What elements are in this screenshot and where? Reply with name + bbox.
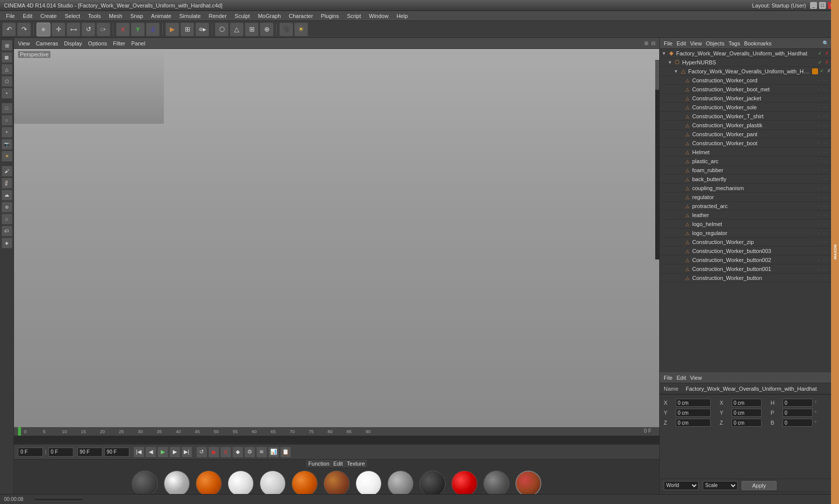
edit-mode-btn[interactable]: △: [230, 22, 244, 36]
axis-mode-btn[interactable]: ⊕: [260, 22, 274, 36]
object-mode-btn[interactable]: ⬡: [215, 22, 229, 36]
attr-menu-file[interactable]: File: [664, 375, 673, 381]
play-btn[interactable]: ▶: [157, 447, 168, 458]
mat-menu-function[interactable]: Function: [308, 461, 329, 467]
motion-path-btn[interactable]: ≋: [256, 447, 267, 458]
select-tool[interactable]: ⊕: [36, 22, 50, 36]
tree-item-factory-sub[interactable]: ▼ △ Factory_Work_Wear_Overalls_Uniform_w…: [660, 67, 839, 76]
tree-item-back_butterfly[interactable]: △ back_butterfly · ·: [660, 175, 839, 184]
next-frame-btn[interactable]: ▶: [169, 447, 180, 458]
tree-item-construction_worker_jacket[interactable]: △ Construction_Worker_jacket · ·: [660, 94, 839, 103]
vp-fullscreen-btn[interactable]: ⊟: [651, 40, 655, 46]
left-vert-btn[interactable]: •: [1, 88, 12, 99]
obj-search-icon[interactable]: 🔍: [823, 40, 829, 46]
current-frame-input[interactable]: [18, 448, 43, 457]
left-terrain-btn[interactable]: ⛰: [1, 190, 12, 201]
left-sculpt-btn[interactable]: 🗿: [1, 178, 12, 189]
scrollbar-thumb[interactable]: [655, 60, 659, 90]
tree-item-construction_worker_button[interactable]: △ Construction_Worker_button · ·: [660, 273, 839, 282]
left-poly-btn[interactable]: △: [1, 64, 12, 75]
obj-menu-file[interactable]: File: [664, 40, 673, 46]
frame-preview-input[interactable]: [104, 448, 129, 457]
render-settings-btn[interactable]: ⚙▶: [195, 22, 209, 36]
auto-key-btn[interactable]: ⏸: [220, 447, 231, 458]
menu-select[interactable]: Select: [61, 12, 84, 20]
left-tag-btn[interactable]: 🏷: [1, 226, 12, 237]
obj-menu-bookmarks[interactable]: Bookmarks: [744, 40, 772, 46]
timeline-settings-btn[interactable]: ⚙: [244, 447, 255, 458]
vp-menu-panel[interactable]: Panel: [131, 40, 145, 46]
record-btn[interactable]: ⏺: [208, 447, 219, 458]
tree-item-construction_worker_sole[interactable]: △ Construction_Worker_sole · ·: [660, 103, 839, 112]
new-object[interactable]: □+: [96, 22, 110, 36]
h-input[interactable]: [783, 399, 813, 407]
obj-menu-objects[interactable]: Objects: [706, 40, 724, 46]
maximize-button[interactable]: □: [819, 2, 826, 9]
left-light-btn2[interactable]: ☀: [1, 151, 12, 162]
timeline-track[interactable]: [14, 436, 659, 444]
camera-btn[interactable]: 🎥: [279, 22, 293, 36]
tree-item-foam_rubber[interactable]: △ foam_rubber · ·: [660, 166, 839, 175]
tree-item-logo_regulator[interactable]: △ logo_regulator · ·: [660, 229, 839, 238]
x-axis-btn[interactable]: X: [116, 22, 130, 36]
tree-item-hypernurbs[interactable]: ▼ ⬡ HyperNURBS ✓ ✗: [660, 58, 839, 67]
render-btn[interactable]: ▶: [165, 22, 179, 36]
menu-tools[interactable]: Tools: [84, 12, 105, 20]
menu-window[interactable]: Window: [365, 12, 393, 20]
tree-item-logo_helmet[interactable]: △ logo_helmet · ·: [660, 220, 839, 229]
world-select[interactable]: World: [664, 481, 699, 490]
y2-input[interactable]: [732, 409, 762, 417]
y-pos-input[interactable]: [676, 409, 711, 417]
tree-item-construction_worker_plastik[interactable]: △ Construction_Worker_plastik · ·: [660, 121, 839, 130]
loop-btn[interactable]: ↺: [196, 447, 207, 458]
attr-menu-edit[interactable]: Edit: [677, 375, 686, 381]
left-cube-btn[interactable]: □: [1, 103, 12, 114]
scale-tool[interactable]: ⟷: [66, 22, 80, 36]
p-input[interactable]: [783, 409, 813, 417]
tree-item-construction_worker_t_shirt[interactable]: △ Construction_Worker_T_shirt · ·: [660, 112, 839, 121]
menu-mograph[interactable]: MoGraph: [254, 12, 285, 20]
mat-menu-edit[interactable]: Edit: [334, 461, 343, 467]
tree-item-construction_worker_pant[interactable]: △ Construction_Worker_pant · ·: [660, 130, 839, 139]
menu-sculpt[interactable]: Sculpt: [231, 12, 254, 20]
curve-editor-btn[interactable]: 📊: [268, 447, 279, 458]
vp-menu-filter[interactable]: Filter: [113, 40, 125, 46]
left-edge-btn[interactable]: ⬡: [1, 76, 12, 87]
tree-item-construction_worker_button001[interactable]: △ Construction_Worker_button001 · ·: [660, 264, 839, 273]
obj-menu-view[interactable]: View: [690, 40, 702, 46]
apply-button[interactable]: Apply: [742, 481, 777, 490]
vp-menu-cameras[interactable]: Cameras: [36, 40, 58, 46]
menu-plugins[interactable]: Plugins: [317, 12, 343, 20]
goto-start-btn[interactable]: |◀: [133, 447, 144, 458]
redo-button[interactable]: ↷: [17, 22, 31, 36]
scale-select[interactable]: Scale: [703, 481, 738, 490]
dope-sheet-btn[interactable]: 📋: [280, 447, 291, 458]
light-btn[interactable]: ☀: [294, 22, 308, 36]
z2-input[interactable]: [732, 419, 762, 427]
left-material-btn[interactable]: ◈: [1, 238, 12, 249]
left-move-btn[interactable]: ▦: [1, 52, 12, 63]
menu-script[interactable]: Script: [343, 12, 365, 20]
tree-item-construction_worker_zip[interactable]: △ Construction_Worker_zip · ·: [660, 238, 839, 247]
tree-item-construction_worker_button003[interactable]: △ Construction_Worker_button003 · ·: [660, 247, 839, 255]
tree-item-root[interactable]: ▼ ◆ Factory_Work_Wear_Overalls_Uniform_w…: [660, 49, 839, 58]
y-axis-btn[interactable]: Y: [131, 22, 145, 36]
3d-viewport[interactable]: X Y Z Perspective: [14, 49, 659, 427]
vp-menu-view[interactable]: View: [18, 40, 30, 46]
render-active-btn[interactable]: ⊞: [180, 22, 194, 36]
tree-item-helmet[interactable]: △ Helmet · ·: [660, 148, 839, 157]
menu-file[interactable]: File: [2, 12, 19, 20]
tree-item-construction_worker_cord[interactable]: △ Construction_Worker_cord · ·: [660, 76, 839, 85]
menu-edit[interactable]: Edit: [19, 12, 36, 20]
rotate-tool[interactable]: ↺: [81, 22, 95, 36]
vp-menu-display[interactable]: Display: [64, 40, 82, 46]
menu-character[interactable]: Character: [285, 12, 317, 20]
tree-item-construction_worker_boot[interactable]: △ Construction_Worker_boot · ·: [660, 139, 839, 148]
x2-input[interactable]: [732, 399, 762, 407]
tree-item-protracted_arc[interactable]: △ protracted_arc · ·: [660, 202, 839, 211]
menu-create[interactable]: Create: [36, 12, 61, 20]
keyframe-btn[interactable]: ◆: [232, 447, 243, 458]
prev-frame-btn[interactable]: ◀: [145, 447, 156, 458]
tree-item-leather[interactable]: △ leather · ·: [660, 211, 839, 220]
b-input[interactable]: [783, 419, 813, 427]
